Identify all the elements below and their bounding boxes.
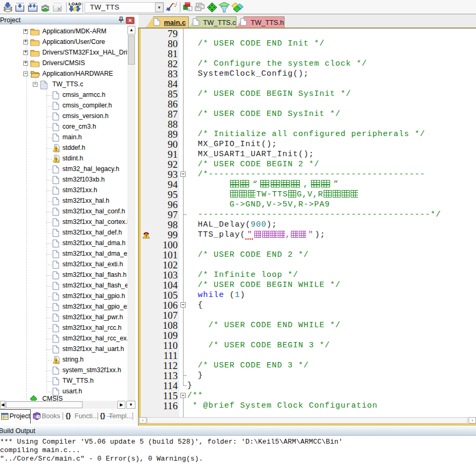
svg-text:?: ? (37, 415, 39, 419)
